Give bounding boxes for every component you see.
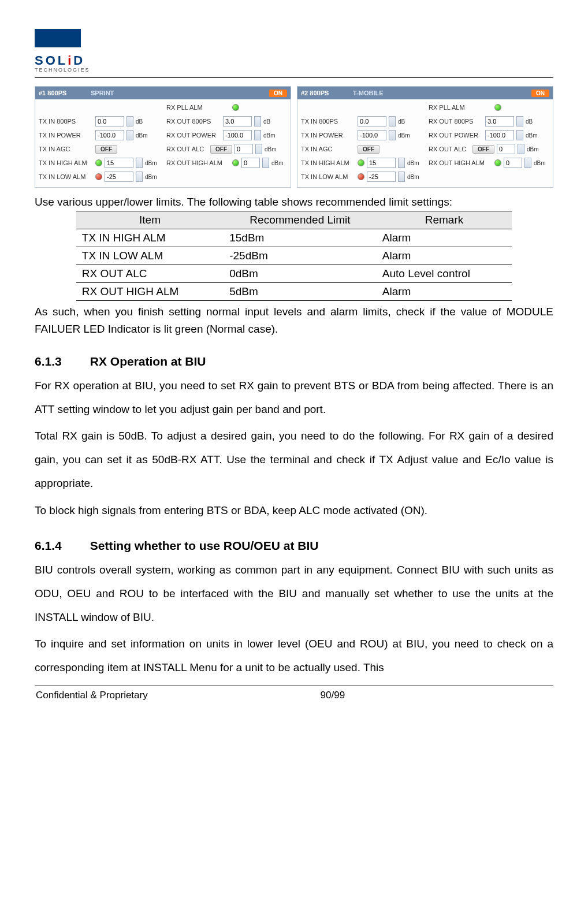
rx-out-alc-label: RX OUT ALC: [429, 146, 470, 152]
logo-red: i: [68, 53, 73, 68]
tx-in-800ps-label: TX IN 800PS: [301, 118, 355, 125]
spinner-icon[interactable]: [398, 158, 405, 168]
spinner-icon[interactable]: [126, 130, 133, 140]
logo-sub: TECHNOLOGIES: [35, 67, 90, 73]
led-green-icon: [232, 159, 239, 166]
limits-caption: Use various upper/lower limits. The foll…: [35, 196, 553, 209]
led-red-icon: [358, 173, 364, 180]
rx-out-high-field[interactable]: [241, 158, 260, 168]
rx-out-800ps-label: RX OUT 800PS: [429, 118, 483, 125]
spinner-icon[interactable]: [136, 172, 143, 182]
unit-label: dBm: [263, 132, 276, 139]
spinner-icon[interactable]: [255, 144, 262, 154]
document-page: SOLiD TECHNOLOGIES #1 800PS SPRINT ON TX…: [0, 0, 588, 718]
para-614a: BIU controls overall system, working as …: [35, 559, 553, 630]
spinner-icon[interactable]: [398, 172, 405, 182]
tx-in-high-field[interactable]: [367, 158, 396, 168]
para-613c: To block high signals from entering BTS …: [35, 499, 553, 523]
tx-in-800ps-field[interactable]: [358, 116, 386, 126]
rx-out-alc-field[interactable]: [497, 144, 515, 154]
rx-out-800ps-label: RX OUT 800PS: [166, 118, 221, 125]
unit-label: dB: [526, 118, 533, 125]
section-title: RX Operation at BIU: [90, 355, 206, 368]
config-panels: #1 800PS SPRINT ON TX IN 800PSdB TX IN P…: [35, 86, 553, 188]
tx-in-low-label: TX IN LOW ALM: [39, 173, 93, 180]
tx-in-low-field[interactable]: [105, 172, 133, 182]
rx-out-800ps-field[interactable]: [223, 116, 252, 126]
rx-pll-alm-label: RX PLL ALM: [429, 104, 492, 111]
table-row: TX IN HIGH ALM15dBmAlarm: [76, 229, 512, 247]
unit-label: dB: [263, 118, 270, 125]
table-row: RX OUT HIGH ALM5dBmAlarm: [76, 283, 512, 301]
tx-in-high-label: TX IN HIGH ALM: [39, 159, 93, 166]
cell: 5dBm: [224, 283, 377, 301]
led-green-icon: [95, 159, 102, 166]
unit-label: dBm: [526, 132, 538, 139]
spinner-icon[interactable]: [518, 144, 524, 154]
cell: Alarm: [377, 247, 512, 265]
spinner-icon[interactable]: [516, 116, 523, 126]
footer-right: 90/99: [321, 690, 345, 701]
rx-out-alc-badge[interactable]: OFF: [472, 145, 494, 154]
unit-label: dB: [136, 118, 143, 125]
spinner-icon[interactable]: [254, 116, 261, 126]
led-red-icon: [95, 173, 102, 180]
spinner-icon[interactable]: [389, 130, 396, 140]
tx-in-high-field[interactable]: [105, 158, 133, 168]
cell: RX OUT HIGH ALM: [76, 283, 224, 301]
unit-label: dBm: [136, 132, 148, 139]
tx-in-power-field[interactable]: [358, 130, 386, 140]
rx-out-800ps-field[interactable]: [485, 116, 514, 126]
spinner-icon[interactable]: [262, 158, 269, 168]
rx-pll-alm-label: RX PLL ALM: [166, 104, 230, 111]
rx-out-power-field[interactable]: [223, 130, 252, 140]
th-item: Item: [76, 211, 224, 229]
rx-out-high-field[interactable]: [504, 158, 522, 168]
rx-out-alc-label: RX OUT ALC: [166, 146, 208, 152]
unit-label: dBm: [271, 160, 284, 166]
tx-in-low-label: TX IN LOW ALM: [301, 173, 355, 180]
tx-in-power-field[interactable]: [95, 130, 124, 140]
page-footer: Confidential & Proprietary 90/99: [35, 690, 553, 701]
logo: SOLiD TECHNOLOGIES: [35, 29, 553, 73]
tx-in-800ps-field[interactable]: [95, 116, 124, 126]
para-613a: For RX operation at BIU, you need to set…: [35, 374, 553, 422]
logo-pre: SOL: [35, 53, 68, 68]
spinner-icon[interactable]: [254, 130, 261, 140]
unit-label: dBm: [407, 174, 419, 180]
section-num: 6.1.3: [35, 355, 87, 368]
panel-2-on-badge[interactable]: ON: [531, 90, 549, 97]
tx-in-low-field[interactable]: [367, 172, 396, 182]
rx-out-power-label: RX OUT POWER: [166, 132, 221, 139]
spinner-icon[interactable]: [126, 116, 133, 126]
cell: TX IN LOW ALM: [76, 247, 224, 265]
cell: RX OUT ALC: [76, 265, 224, 283]
unit-label: dBm: [527, 146, 539, 152]
section-title: Setting whether to use ROU/OEU at BIU: [90, 539, 319, 552]
unit-label: dBm: [534, 160, 546, 166]
tx-in-agc-badge[interactable]: OFF: [95, 145, 117, 154]
spinner-icon[interactable]: [524, 158, 531, 168]
rx-out-power-field[interactable]: [485, 130, 514, 140]
cell: 0dBm: [224, 265, 377, 283]
unit-label: dB: [398, 118, 405, 125]
tx-in-power-label: TX IN POWER: [301, 132, 355, 139]
led-green-icon: [494, 104, 501, 111]
unit-label: dBm: [407, 160, 419, 166]
panel-1-on-badge[interactable]: ON: [269, 90, 287, 97]
tx-in-agc-badge[interactable]: OFF: [358, 145, 379, 154]
cell: Alarm: [377, 229, 512, 247]
unit-label: dBm: [265, 146, 277, 152]
limits-table: Item Recommended Limit Remark TX IN HIGH…: [76, 211, 512, 301]
rx-out-alc-field[interactable]: [235, 144, 253, 154]
panel-1-header: #1 800PS SPRINT ON: [35, 87, 291, 99]
section-num: 6.1.4: [35, 539, 87, 553]
tx-in-high-label: TX IN HIGH ALM: [301, 159, 355, 166]
rx-out-alc-badge[interactable]: OFF: [210, 145, 232, 154]
spinner-icon[interactable]: [516, 130, 523, 140]
th-remark: Remark: [377, 211, 512, 229]
unit-label: dBm: [145, 174, 157, 180]
rx-out-high-label: RX OUT HIGH ALM: [429, 159, 492, 166]
spinner-icon[interactable]: [389, 116, 396, 126]
spinner-icon[interactable]: [136, 158, 143, 168]
